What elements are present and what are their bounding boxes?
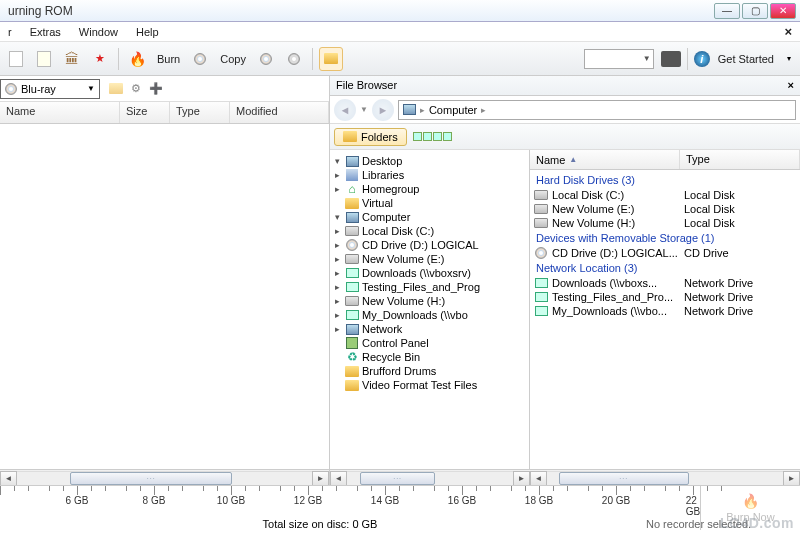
detail-row[interactable]: New Volume (H:)Local Disk (530, 216, 800, 230)
tree-node[interactable]: ♻Recycle Bin (332, 350, 527, 364)
compilation-header: Name Size Type Modified (0, 102, 329, 124)
detail-row[interactable]: Local Disk (C:)Local Disk (530, 188, 800, 202)
menu-item[interactable]: r (4, 24, 16, 40)
tree-node[interactable]: Brufford Drums (332, 364, 527, 378)
menu-item[interactable]: Help (132, 24, 163, 40)
toolbar-combo[interactable]: ▼ (584, 49, 654, 69)
watermark: LO4D.com (720, 515, 794, 531)
tree-node[interactable]: Virtual (332, 196, 527, 210)
minimize-button[interactable]: — (714, 3, 740, 19)
tree-node[interactable]: Control Panel (332, 336, 527, 350)
tree-node[interactable]: ▸CD Drive (D:) LOGICAL (332, 238, 527, 252)
tree-node[interactable]: ▸Network (332, 322, 527, 336)
total-size-label: Total size on disc: 0 GB (0, 518, 640, 530)
detail-col-name[interactable]: Name▲ (530, 150, 680, 169)
burn-icon[interactable]: 🔥 (125, 47, 149, 71)
breadcrumb-item[interactable]: Computer (429, 104, 477, 116)
size-ruler: 6 GB8 GB10 GB12 GB14 GB16 GB18 GB20 GB22… (0, 486, 700, 514)
menu-item[interactable]: Extras (26, 24, 65, 40)
workspace: Blu-ray ▼ ⚙ ➕ Name Size Type Modified ◄ … (0, 76, 800, 486)
disc-type-select[interactable]: Blu-ray ▼ (0, 79, 100, 99)
tree-node[interactable]: Video Format Test Files (332, 378, 527, 392)
compilation-file-list[interactable] (0, 124, 329, 469)
detail-row[interactable]: My_Downloads (\\vbo...Network Drive (530, 304, 800, 318)
file-browser-title: File Browser (336, 79, 397, 92)
tree-node[interactable]: ▸My_Downloads (\\vbo (332, 308, 527, 322)
compilation-panel: Blu-ray ▼ ⚙ ➕ Name Size Type Modified ◄ … (0, 76, 330, 486)
breadcrumb[interactable]: ▸ Computer ▸ (398, 100, 796, 120)
tree-node[interactable]: ▸New Volume (H:) (332, 294, 527, 308)
tree-node[interactable]: ▸Testing_Files_and_Prog (332, 280, 527, 294)
burn-label[interactable]: Burn (153, 53, 184, 65)
new-button[interactable] (4, 47, 28, 71)
col-type[interactable]: Type (170, 102, 230, 123)
detail-hscroll[interactable]: ◄···► (530, 469, 800, 486)
tree-node[interactable]: ▸New Volume (E:) (332, 252, 527, 266)
tree-hscroll[interactable]: ◄···► (330, 469, 530, 486)
panel-close-icon[interactable]: × (780, 22, 796, 41)
menu-item[interactable]: Window (75, 24, 122, 40)
drive-indicator-icon (661, 51, 681, 67)
disc-tool-2[interactable] (282, 47, 306, 71)
col-name[interactable]: Name (0, 102, 120, 123)
detail-row[interactable]: Downloads (\\vboxs...Network Drive (530, 276, 800, 290)
nav-row: ◄ ▼ ► ▸ Computer ▸ (330, 96, 800, 124)
col-size[interactable]: Size (120, 102, 170, 123)
tree-node[interactable]: ▾Computer (332, 210, 527, 224)
folders-toggle-button[interactable]: Folders (334, 128, 407, 146)
tree-node[interactable]: ▾Desktop (332, 154, 527, 168)
maximize-button[interactable]: ▢ (742, 3, 768, 19)
tree-node[interactable]: ▸Libraries (332, 168, 527, 182)
favorite-button[interactable]: ★ (88, 47, 112, 71)
library-button[interactable]: 🏛 (60, 47, 84, 71)
detail-col-type[interactable]: Type (680, 150, 800, 169)
folders-label: Folders (361, 131, 398, 143)
detail-rows[interactable]: Hard Disk Drives (3)Local Disk (C:)Local… (530, 170, 800, 320)
main-toolbar: 🏛 ★ 🔥 Burn Copy ▼ i Get Started ▾ (0, 42, 800, 76)
col-modified[interactable]: Modified (230, 102, 329, 123)
compilation-hscroll[interactable]: ◄ ··· ► (0, 469, 329, 486)
detail-group-header: Devices with Removable Storage (1) (530, 230, 800, 246)
tree-node[interactable]: ▸Downloads (\\vboxsrv) (332, 266, 527, 280)
properties-icon[interactable]: ⚙ (127, 80, 145, 98)
bottom-bar: 6 GB8 GB10 GB12 GB14 GB16 GB18 GB20 GB22… (0, 485, 800, 535)
folder-tree[interactable]: ▾Desktop▸Libraries▸⌂HomegroupVirtual▾Com… (330, 150, 530, 469)
disc-icon (5, 83, 17, 95)
disc-type-label: Blu-ray (21, 83, 56, 95)
file-browser-panel: File Browser × ◄ ▼ ► ▸ Computer ▸ Folder… (330, 76, 800, 486)
close-button[interactable]: ✕ (770, 3, 796, 19)
new-folder-icon[interactable] (107, 80, 125, 98)
title-bar: urning ROM — ▢ ✕ (0, 0, 800, 22)
detail-row[interactable]: Testing_Files_and_Pro...Network Drive (530, 290, 800, 304)
disc-tool-1[interactable] (254, 47, 278, 71)
nav-forward-button[interactable]: ► (372, 99, 394, 121)
window-title: urning ROM (4, 4, 714, 18)
info-icon[interactable]: i (694, 51, 710, 67)
view-folder-button[interactable] (319, 47, 343, 71)
view-mode-button[interactable] (413, 132, 452, 141)
detail-group-header: Network Location (3) (530, 260, 800, 276)
get-started-dropdown[interactable]: ▾ (782, 47, 796, 71)
tree-node[interactable]: ▸Local Disk (C:) (332, 224, 527, 238)
menu-bar: r Extras Window Help × (0, 22, 800, 42)
detail-list: Name▲ Type Hard Disk Drives (3)Local Dis… (530, 150, 800, 469)
folder-icon (343, 131, 357, 142)
computer-icon (403, 104, 416, 115)
add-icon[interactable]: ➕ (147, 80, 165, 98)
file-browser-close-icon[interactable]: × (788, 79, 794, 92)
tree-node[interactable]: ▸⌂Homegroup (332, 182, 527, 196)
copy-label[interactable]: Copy (216, 53, 250, 65)
copy-icon[interactable] (188, 47, 212, 71)
nav-back-button[interactable]: ◄ (334, 99, 356, 121)
detail-row[interactable]: CD Drive (D:) LOGICAL...CD Drive (530, 246, 800, 260)
get-started-label[interactable]: Get Started (714, 53, 778, 65)
detail-group-header: Hard Disk Drives (3) (530, 172, 800, 188)
detail-row[interactable]: New Volume (E:)Local Disk (530, 202, 800, 216)
open-button[interactable] (32, 47, 56, 71)
